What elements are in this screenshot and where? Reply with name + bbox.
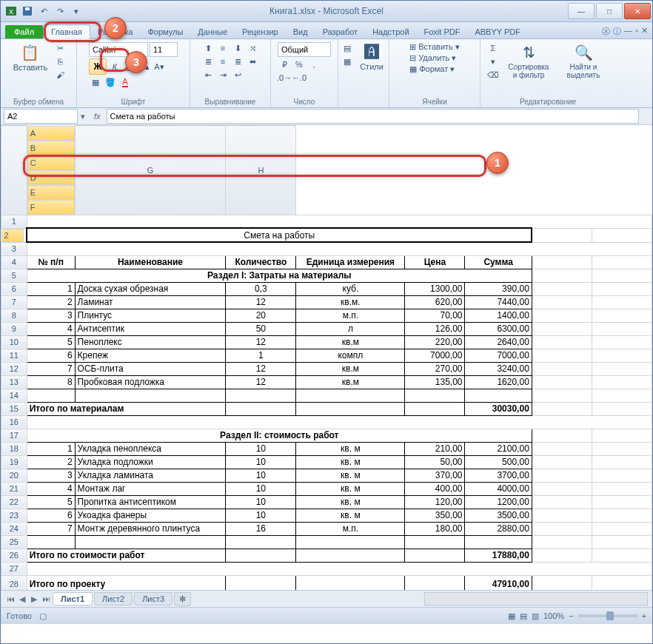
cell[interactable]: 7000,00	[465, 349, 532, 362]
styles-button[interactable]: 🅰 Стили	[357, 42, 386, 73]
cell[interactable]: 10	[226, 495, 296, 509]
horizontal-scrollbar[interactable]	[424, 592, 648, 606]
format-as-table-button[interactable]: ▦	[341, 56, 354, 67]
decrease-indent-button[interactable]: ⇤	[201, 69, 215, 81]
cell[interactable]: кв. м	[296, 482, 405, 495]
cell[interactable]: 2880,00	[465, 522, 532, 535]
row-header[interactable]: 13	[1, 375, 27, 389]
row-header[interactable]: 24	[1, 522, 27, 535]
cell[interactable]: Пробковая подложка	[75, 375, 226, 389]
format-painter-button[interactable]: 🖌	[53, 69, 67, 81]
name-box[interactable]: A2	[4, 109, 78, 124]
cell[interactable]: кв.м	[296, 375, 405, 389]
cell[interactable]: 3240,00	[465, 362, 532, 375]
header-num[interactable]: № п/п	[27, 255, 75, 269]
cell[interactable]: 12	[226, 335, 296, 349]
header-sum[interactable]: Сумма	[465, 255, 532, 269]
align-middle-button[interactable]: ≡	[216, 42, 230, 54]
row-header[interactable]: 5	[1, 269, 27, 282]
col-header-h[interactable]: H	[226, 126, 296, 215]
col-header-c[interactable]: C	[27, 155, 75, 170]
zoom-level[interactable]: 100%	[543, 611, 564, 620]
cell[interactable]: Укоадка фанеры	[75, 509, 226, 522]
view-pagebreak-button[interactable]: ▥	[532, 611, 539, 621]
redo-button[interactable]: ↷	[53, 4, 67, 19]
cut-button[interactable]: ✂	[53, 42, 67, 54]
conditional-formatting-button[interactable]: ▤	[341, 42, 354, 54]
row-header[interactable]: 23	[1, 509, 27, 522]
cell[interactable]: 620,00	[405, 295, 465, 309]
cell[interactable]: 270,00	[405, 362, 465, 375]
row-header[interactable]: 6	[1, 282, 27, 295]
cell[interactable]: 4	[27, 482, 75, 495]
cell[interactable]: Монтж деревянного плинтуса	[75, 522, 226, 535]
paste-button[interactable]: 📋 Вставить	[10, 42, 51, 73]
tab-foxit[interactable]: Foxit PDF	[417, 25, 468, 38]
total2-value[interactable]: 17880,00	[465, 549, 532, 562]
header-name[interactable]: Наименование	[75, 255, 226, 269]
section2-title[interactable]: Раздел II: стоимость работ	[27, 429, 532, 442]
cell[interactable]: 10	[226, 482, 296, 495]
col-header-f[interactable]: F	[27, 200, 75, 215]
sheet-tab-2[interactable]: Лист2	[94, 592, 133, 606]
sheet-nav-first[interactable]: ⏮	[5, 594, 16, 603]
cell[interactable]: 6300,00	[465, 322, 532, 335]
insert-cells-button[interactable]: ⊞ Вставить ▾	[409, 42, 460, 52]
autosum-button[interactable]: Σ	[486, 42, 500, 54]
view-layout-button[interactable]: ▤	[520, 611, 527, 621]
cell[interactable]: Антисептик	[75, 322, 226, 335]
cell[interactable]: Крепеж	[75, 349, 226, 362]
cell[interactable]: Плинтус	[75, 309, 226, 322]
cell[interactable]: м.п.	[296, 522, 405, 535]
cell[interactable]: 2640,00	[465, 335, 532, 349]
tab-abbyy[interactable]: ABBYY PDF	[467, 25, 528, 38]
cell[interactable]: 7	[27, 522, 75, 535]
font-name-select[interactable]: Calibri	[89, 42, 148, 57]
header-price[interactable]: Цена	[405, 255, 465, 269]
help-icon[interactable]: ⓘ	[613, 26, 621, 37]
font-color-button[interactable]: A	[118, 76, 132, 88]
row-header[interactable]: 17	[1, 429, 27, 442]
cell[interactable]: 2100,00	[465, 442, 532, 455]
zoom-in-button[interactable]: +	[642, 611, 646, 620]
cell[interactable]: 50	[226, 322, 296, 335]
tab-layout[interactable]: Разметка	[90, 25, 141, 38]
cell[interactable]: 500,00	[465, 455, 532, 469]
col-header-e[interactable]: E	[27, 185, 75, 200]
cell[interactable]: л	[296, 322, 405, 335]
cell[interactable]: куб.	[296, 282, 405, 295]
fill-color-button[interactable]: 🪣	[104, 76, 117, 88]
tab-data[interactable]: Данные	[190, 25, 235, 38]
cell[interactable]: Доска сухая обрезная	[75, 282, 226, 295]
cell[interactable]: Укладка пеноплекса	[75, 442, 226, 455]
cell[interactable]: кв. м	[296, 455, 405, 469]
row-header[interactable]: 10	[1, 335, 27, 349]
tab-developer[interactable]: Разработ	[315, 25, 365, 38]
cell[interactable]: 1200,00	[465, 495, 532, 509]
bold-button[interactable]: Ж	[89, 58, 107, 75]
cell[interactable]: 220,00	[405, 335, 465, 349]
cell[interactable]: 12	[226, 295, 296, 309]
row-header[interactable]: 14	[1, 389, 27, 402]
total2-label[interactable]: Итого по стоимости работ	[27, 549, 226, 562]
col-header-d[interactable]: D	[27, 170, 75, 185]
cell[interactable]: 20	[226, 309, 296, 322]
cell[interactable]: Укладка подложки	[75, 455, 226, 469]
delete-cells-button[interactable]: ⊟ Удалить ▾	[409, 53, 460, 63]
cell[interactable]: кв. м	[296, 469, 405, 482]
cell[interactable]: 4	[27, 322, 75, 335]
cell[interactable]: 4000,00	[465, 482, 532, 495]
row-header[interactable]: 19	[1, 455, 27, 469]
cell[interactable]: 5	[27, 335, 75, 349]
row-header[interactable]: 15	[1, 402, 27, 415]
cell[interactable]: м.п.	[296, 309, 405, 322]
row-header[interactable]: 12	[1, 362, 27, 375]
header-qty[interactable]: Количество	[226, 255, 296, 269]
cell[interactable]: Укладка ламината	[75, 469, 226, 482]
align-right-button[interactable]: ≣	[231, 56, 244, 67]
qat-customize-icon[interactable]: ▾	[69, 4, 84, 19]
cell[interactable]: Монтаж лаг	[75, 482, 226, 495]
zoom-slider[interactable]	[578, 614, 637, 617]
tab-home[interactable]: Главная	[43, 24, 90, 39]
align-bottom-button[interactable]: ⬇	[231, 42, 244, 54]
